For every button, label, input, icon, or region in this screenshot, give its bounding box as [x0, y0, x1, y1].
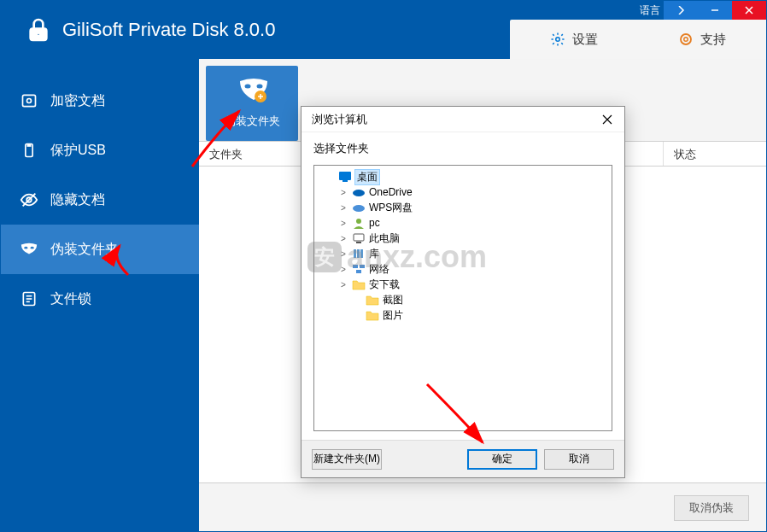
folder-tree[interactable]: 桌面>OneDrive>WPS网盘>pc>此电脑>库>网络>安下载截图图片: [313, 165, 612, 431]
tree-toggle-icon[interactable]: >: [338, 234, 348, 243]
sidebar-item-label: 加密文档: [50, 92, 105, 110]
titlebar-left: GiliSoft Private Disk 8.0.0: [1, 1, 275, 44]
dialog-select-label: 选择文件夹: [313, 141, 612, 156]
folder-icon: [366, 309, 379, 321]
pc-icon: [352, 232, 366, 244]
ok-button[interactable]: 确定: [467, 449, 537, 470]
svg-rect-21: [339, 172, 351, 180]
minimize-button[interactable]: [698, 1, 732, 20]
grid-col-status[interactable]: 状态: [664, 142, 766, 166]
svg-point-13: [31, 247, 34, 249]
tree-toggle-icon[interactable]: >: [338, 265, 348, 274]
svg-rect-31: [353, 265, 358, 268]
tree-item-label: 安下载: [369, 278, 400, 292]
sidebar-item-label: 伪装文件夹: [50, 241, 119, 259]
tree-item-label: 此电脑: [369, 231, 400, 246]
tree-item[interactable]: >此电脑: [318, 231, 608, 246]
cancel-disguise-button[interactable]: 取消伪装: [674, 495, 749, 521]
svg-rect-22: [343, 180, 348, 182]
svg-rect-32: [360, 265, 365, 268]
sidebar-item-label: 文件锁: [50, 290, 91, 308]
svg-rect-6: [23, 95, 36, 106]
sidebar: 加密文档 保护USB 隐藏文档 伪装文件夹 文件锁: [1, 59, 199, 531]
folder-icon: [352, 278, 366, 290]
svg-point-23: [353, 190, 365, 196]
file-lock-icon: [20, 289, 38, 308]
sidebar-item-hide[interactable]: 隐藏文档: [1, 175, 199, 225]
tree-item[interactable]: >库: [318, 246, 608, 261]
sidebar-item-encrypt[interactable]: 加密文档: [1, 76, 199, 126]
tree-item[interactable]: 图片: [318, 307, 608, 323]
top-tabs: 设置 支持: [510, 20, 766, 59]
svg-rect-27: [356, 242, 361, 243]
svg-rect-28: [354, 249, 356, 258]
gear-icon: [550, 32, 565, 47]
mask-folder-icon: [237, 78, 267, 108]
tree-item-label: 桌面: [355, 170, 379, 184]
svg-point-24: [353, 205, 365, 212]
lock-icon: [25, 16, 52, 44]
language-dropdown-button[interactable]: [664, 1, 698, 20]
tab-support-label: 支持: [700, 32, 726, 48]
svg-rect-26: [354, 234, 364, 241]
svg-rect-29: [357, 249, 360, 258]
tree-item[interactable]: >WPS网盘: [318, 200, 608, 215]
tree-toggle-icon[interactable]: >: [338, 280, 348, 289]
tree-item[interactable]: >网络: [318, 261, 608, 277]
tab-header-label: 伪装文件夹: [225, 114, 280, 129]
tree-item-label: 图片: [383, 308, 403, 323]
tree-item[interactable]: 桌面: [318, 169, 608, 184]
svg-point-7: [27, 99, 32, 103]
svg-rect-30: [360, 249, 363, 258]
user-icon: [352, 217, 366, 229]
tree-item-label: OneDrive: [369, 186, 413, 198]
svg-point-3: [556, 38, 560, 42]
lib-icon: [352, 248, 366, 260]
sidebar-item-usb[interactable]: 保护USB: [1, 126, 199, 175]
browse-dialog: 浏览计算机 选择文件夹 桌面>OneDrive>WPS网盘>pc>此电脑>库>网…: [301, 106, 625, 478]
tree-item[interactable]: >安下载: [318, 277, 608, 292]
svg-point-18: [245, 85, 251, 89]
folder-icon: [366, 294, 379, 306]
net-icon: [352, 263, 366, 275]
safe-icon: [20, 91, 38, 110]
tree-item[interactable]: 截图: [318, 292, 608, 307]
dialog-titlebar: 浏览计算机: [302, 107, 624, 132]
dialog-close-button[interactable]: [597, 109, 618, 130]
eye-slash-icon: [20, 190, 38, 209]
tree-item-label: 网络: [369, 262, 389, 277]
desktop-icon: [338, 171, 352, 183]
tree-item-label: pc: [369, 217, 380, 229]
window-controls: 语言: [640, 1, 766, 20]
dialog-button-bar: 新建文件夹(M) 确定 取消: [302, 440, 624, 477]
titlebar: GiliSoft Private Disk 8.0.0 语言 设置: [1, 1, 766, 59]
new-folder-button[interactable]: 新建文件夹(M): [312, 449, 382, 470]
mask-icon: [20, 240, 38, 259]
tree-toggle-icon[interactable]: >: [338, 249, 348, 259]
cancel-button[interactable]: 取消: [544, 449, 614, 470]
sidebar-item-disguise[interactable]: 伪装文件夹: [1, 225, 199, 274]
svg-point-5: [684, 38, 688, 42]
tree-item[interactable]: >pc: [318, 215, 608, 231]
svg-rect-33: [356, 270, 361, 273]
language-label: 语言: [640, 3, 660, 18]
svg-rect-9: [27, 144, 32, 147]
dialog-title: 浏览计算机: [312, 112, 367, 127]
svg-point-1: [37, 32, 40, 36]
svg-point-4: [681, 34, 691, 44]
tree-item[interactable]: >OneDrive: [318, 184, 608, 200]
tree-toggle-icon[interactable]: >: [338, 188, 348, 197]
tree-item-label: 库: [369, 247, 379, 261]
sidebar-item-label: 隐藏文档: [50, 191, 105, 209]
sidebar-item-label: 保护USB: [50, 142, 106, 160]
tab-support[interactable]: 支持: [638, 20, 766, 59]
wps-icon: [352, 202, 366, 213]
tree-item-label: 截图: [383, 293, 403, 307]
tree-toggle-icon[interactable]: >: [338, 203, 348, 213]
usb-icon: [20, 141, 38, 160]
tab-settings[interactable]: 设置: [510, 20, 638, 59]
disguise-tab-header[interactable]: 伪装文件夹: [206, 66, 298, 141]
close-button[interactable]: [732, 1, 766, 20]
tree-toggle-icon[interactable]: >: [338, 219, 348, 228]
sidebar-item-lock[interactable]: 文件锁: [1, 274, 199, 324]
